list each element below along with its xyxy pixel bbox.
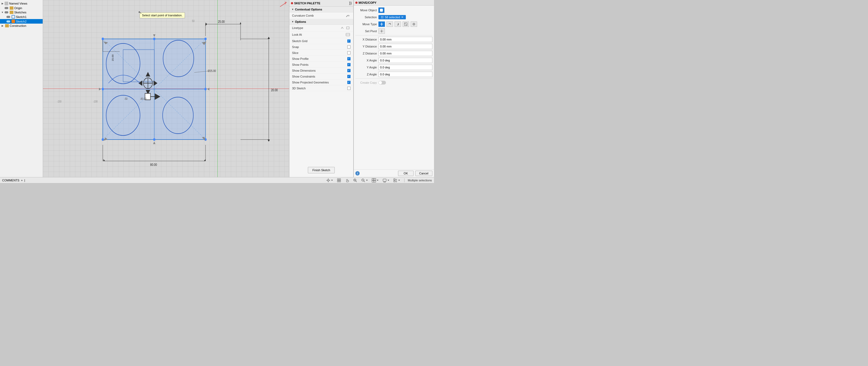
tooltip-text: Select start point of translation. — [142, 14, 183, 17]
svg-marker-40 — [206, 23, 207, 26]
svg-point-22 — [205, 37, 207, 40]
z-distance-input[interactable] — [378, 51, 432, 56]
ok-button[interactable]: OK — [398, 171, 413, 176]
eye-icon-sketch1[interactable] — [6, 16, 10, 18]
svg-marker-30 — [99, 88, 101, 90]
grid-icon-btn[interactable] — [336, 178, 342, 183]
options-header[interactable]: ▼ Options — [289, 19, 353, 25]
move-type-translate[interactable] — [378, 22, 385, 27]
z-distance-row: Z Distance — [355, 51, 432, 56]
svg-marker-31 — [207, 88, 209, 90]
show-projected-checkbox[interactable] — [347, 81, 350, 84]
svg-marker-52 — [204, 159, 206, 161]
x-angle-label: X Angle — [355, 59, 377, 62]
sidebar-item-construction[interactable]: ▶ Construction — [0, 24, 43, 28]
svg-point-24 — [205, 88, 207, 90]
svg-rect-98 — [339, 181, 341, 182]
comments-expand[interactable]: | — [24, 179, 25, 182]
bottom-bar: COMMENTS + | — [0, 177, 434, 183]
sketch-palette-title: SKETCH PALETTE — [294, 2, 320, 5]
snap-checkbox[interactable] — [347, 45, 350, 49]
canvas-area[interactable]: ↖ Select start point of translation. — [43, 0, 289, 177]
move-copy-panel: MOVE/COPY Move Object Selection 58 selec… — [353, 0, 434, 177]
finish-sketch-button[interactable]: Finish Sketch — [308, 167, 335, 173]
sidebar-item-sketches[interactable]: ▼ Sketches — [0, 10, 43, 14]
y-angle-input[interactable] — [378, 65, 432, 70]
linetype-action-right[interactable] — [345, 26, 350, 30]
x-distance-label: X Distance — [355, 38, 377, 41]
sidebar-item-sketch2[interactable]: Sketch2 — [0, 19, 43, 24]
folder-icon-construction — [5, 24, 9, 27]
look-at-action[interactable] — [345, 32, 350, 37]
create-copy-row: Create Copy — [355, 80, 432, 86]
svg-point-23 — [102, 88, 104, 90]
svg-text:Ø25.00: Ø25.00 — [208, 69, 216, 72]
sketch-palette-expand[interactable]: ⟩⟩ — [349, 1, 351, 5]
show-profile-checkbox[interactable] — [347, 57, 350, 60]
selection-clear-button[interactable]: ✕ — [401, 15, 404, 19]
tree-arrow: ▶ — [1, 2, 4, 5]
show-constraints-checkbox[interactable] — [347, 75, 350, 78]
right-panels: SKETCH PALETTE ⟩⟩ ▼ Contextual Options C… — [289, 0, 434, 177]
set-pivot-label: Set Pivot — [355, 30, 377, 33]
palette-row-show-projected: Show Projected Geometries — [289, 80, 353, 85]
sketch-palette-header: SKETCH PALETTE ⟩⟩ — [289, 0, 353, 7]
sketch-grid-checkbox[interactable] — [347, 39, 350, 43]
svg-text:80.00: 80.00 — [150, 163, 157, 166]
svg-text:-100: -100 — [93, 100, 98, 103]
eye-icon-sketch2[interactable] — [6, 21, 10, 23]
sidebar-item-sketch1[interactable]: Sketch1 — [0, 14, 43, 19]
move-type-rotate-v[interactable] — [386, 22, 393, 27]
palette-row-show-dimensions: Show Dimensions — [289, 68, 353, 73]
svg-rect-95 — [337, 179, 339, 180]
slice-checkbox[interactable] — [347, 51, 350, 55]
move-icon-btn[interactable] — [325, 178, 334, 183]
3d-sketch-checkbox[interactable] — [347, 87, 350, 90]
x-distance-input[interactable] — [378, 37, 432, 42]
move-object-icon[interactable] — [378, 7, 384, 13]
curvature-comb-action[interactable] — [345, 13, 350, 18]
z-angle-input[interactable] — [378, 72, 432, 77]
palette-row-look-at: Look At — [289, 31, 353, 38]
set-pivot-btn[interactable] — [378, 28, 385, 34]
zoom-in-btn[interactable] — [352, 178, 358, 183]
more-btn[interactable] — [393, 178, 401, 183]
contextual-options-header[interactable]: ▼ Contextual Options — [289, 7, 353, 12]
svg-marker-78 — [397, 24, 398, 26]
zoom-out-btn[interactable] — [360, 178, 369, 183]
show-points-checkbox[interactable] — [347, 63, 350, 66]
show-dimensions-checkbox[interactable] — [347, 69, 350, 72]
display-btn[interactable] — [382, 178, 390, 183]
linetype-action-left[interactable] — [340, 26, 345, 30]
info-icon[interactable]: i — [355, 171, 360, 176]
hand-icon-btn[interactable] — [344, 178, 350, 183]
y-distance-input[interactable] — [378, 44, 432, 49]
comments-add[interactable]: + — [21, 179, 23, 182]
selection-badge: 58 selected ✕ — [378, 15, 406, 19]
move-type-scale[interactable] — [403, 22, 409, 27]
svg-marker-94 — [331, 180, 333, 181]
svg-point-84 — [381, 31, 382, 32]
x-angle-input[interactable] — [378, 58, 432, 63]
sidebar-item-origin[interactable]: Origin — [0, 6, 43, 10]
move-type-free[interactable] — [411, 22, 417, 27]
view-mode-btn[interactable] — [371, 178, 379, 183]
left-sidebar: ▶ Named Views Origin ▼ Sketches Sketch1 … — [0, 0, 43, 177]
svg-point-26 — [153, 138, 155, 141]
move-type-rotate-h[interactable] — [395, 22, 401, 27]
svg-marker-77 — [390, 24, 391, 24]
svg-text:15.00: 15.00 — [112, 55, 114, 61]
sidebar-label-construction: Construction — [10, 24, 26, 27]
palette-row-snap: Snap — [289, 44, 353, 50]
sidebar-item-named-views[interactable]: ▶ Named Views — [0, 1, 43, 6]
create-copy-toggle[interactable] — [378, 81, 386, 85]
tree-arrow-sketches: ▼ — [1, 11, 4, 14]
svg-text:-150: -150 — [57, 100, 61, 103]
eye-icon-origin[interactable] — [5, 7, 8, 9]
contextual-options-label: Contextual Options — [295, 8, 322, 11]
eye-icon-sketches[interactable] — [5, 11, 8, 13]
svg-line-104 — [364, 181, 365, 182]
cancel-button[interactable]: Cancel — [415, 171, 432, 176]
folder-icon — [5, 2, 8, 5]
y-distance-label: Y Distance — [355, 45, 377, 48]
